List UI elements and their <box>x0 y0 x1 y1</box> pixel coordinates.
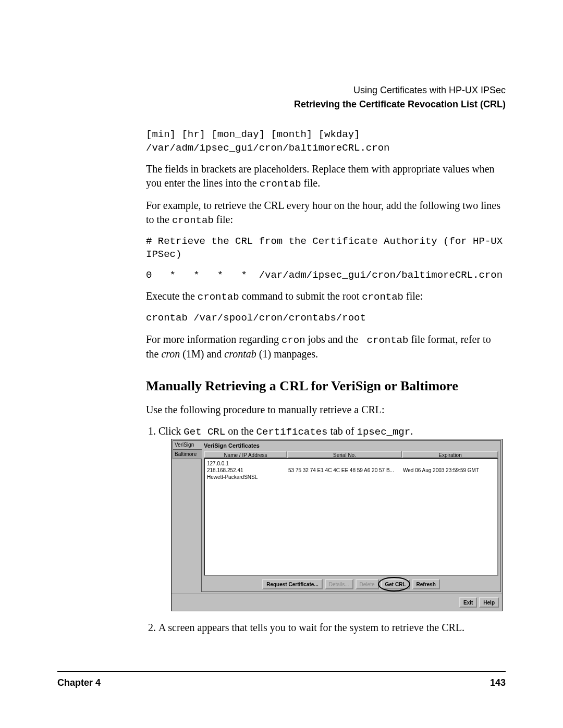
text: command to submit the root <box>239 290 362 302</box>
text: Click <box>158 425 183 437</box>
inline-code: crontab <box>260 178 301 190</box>
cell-exp <box>403 460 495 467</box>
text: file: <box>403 290 423 302</box>
cell-name: 127.0.0.1 <box>207 460 288 467</box>
code-block-1: [min] [hr] [mon_day] [month] [wkday] /va… <box>146 128 506 155</box>
inline-code: crontab <box>172 215 214 226</box>
paragraph-3: Execute the crontab command to submit th… <box>146 289 506 304</box>
cell-name: Hewett-PackardSNSL <box>207 474 288 480</box>
exit-button[interactable]: Exit <box>459 597 477 608</box>
text: file: <box>214 214 233 225</box>
cell-exp <box>403 474 495 480</box>
cell-exp: Wed 06 Aug 2003 23:59:59 GMT <box>403 467 495 474</box>
table-row[interactable]: 127.0.0.1 <box>207 460 495 467</box>
inline-code: ipsec_mgr <box>357 426 411 438</box>
cell-serial <box>288 460 403 467</box>
get-crl-button[interactable]: Get CRL <box>381 579 410 589</box>
inline-code: crontab <box>198 291 239 303</box>
col-serial-header[interactable]: Serial No. <box>287 451 402 458</box>
text: on the <box>225 425 256 437</box>
details-button[interactable]: Details... <box>325 579 353 589</box>
text: The fields in brackets are placeholders.… <box>146 163 495 189</box>
page-number: 143 <box>490 677 506 688</box>
text: (1M) and <box>180 348 224 360</box>
code-block-3: 0 * * * * /var/adm/ipsec_gui/cron/baltim… <box>146 269 506 282</box>
italic-text: cron <box>161 348 180 360</box>
inline-code: crontab <box>362 291 403 303</box>
text: For more information regarding <box>146 334 282 345</box>
col-name-header[interactable]: Name / IP Address <box>204 451 287 458</box>
italic-text: crontab <box>224 348 256 360</box>
table-body[interactable]: 127.0.0.1 218.168.252.41 53 75 32 74 E1 … <box>204 458 498 576</box>
header-subsection: Retrieving the Certificate Revocation Li… <box>57 97 506 112</box>
step-1: Click Get CRL on the Certificates tab of… <box>158 424 506 611</box>
inline-code: Get CRL <box>183 426 225 438</box>
delete-button[interactable]: Delete <box>356 579 379 589</box>
ipsec-mgr-dialog: VeriSign Baltimore VeriSign Certificates… <box>171 439 503 611</box>
inline-code: cron <box>282 335 305 346</box>
table-row[interactable]: 218.168.252.41 53 75 32 74 E1 4C 4C EE 4… <box>207 467 495 474</box>
header-section: Using Certificates with HP-UX IPSec <box>57 83 506 97</box>
col-expiration-header[interactable]: Expiration <box>402 451 498 458</box>
paragraph-5: Use the following procedure to manually … <box>146 403 506 417</box>
code-block-2: # Retrieve the CRL from the Certificate … <box>146 235 506 262</box>
refresh-button[interactable]: Refresh <box>412 579 440 589</box>
paragraph-4: For more information regarding cron jobs… <box>146 332 506 362</box>
cell-name: 218.168.252.41 <box>207 467 288 474</box>
tab-verisign[interactable]: VeriSign <box>173 440 202 450</box>
tab-baltimore[interactable]: Baltimore <box>173 450 202 459</box>
code-block-4: crontab /var/spool/cron/crontabs/root <box>146 312 506 325</box>
paragraph-1: The fields in brackets are placeholders.… <box>146 162 506 191</box>
cell-serial <box>288 474 403 480</box>
inline-code: Certificates <box>256 426 328 438</box>
paragraph-2: For example, to retrieve the CRL every h… <box>146 199 506 228</box>
panel-title: VeriSign Certificates <box>204 442 498 450</box>
help-button[interactable]: Help <box>479 597 499 608</box>
section-heading: Manually Retrieving a CRL for VeriSign o… <box>146 377 506 395</box>
step-2: A screen appears that tells you to wait … <box>158 621 506 635</box>
text: (1) manpages. <box>256 348 318 360</box>
text: . <box>410 425 413 437</box>
tab-list: VeriSign Baltimore <box>173 440 202 592</box>
text: jobs and the <box>305 334 361 345</box>
text: file. <box>301 177 321 189</box>
inline-code: crontab <box>361 335 408 346</box>
cell-serial: 53 75 32 74 E1 4C 4C EE 48 59 A6 20 57 B… <box>288 467 403 474</box>
text: tab of <box>327 425 357 437</box>
request-certificate-button[interactable]: Request Certificate... <box>262 579 322 589</box>
chapter-label: Chapter 4 <box>57 677 101 688</box>
table-row[interactable]: Hewett-PackardSNSL <box>207 474 495 480</box>
table-header: Name / IP Address Serial No. Expiration <box>204 451 498 458</box>
text: Execute the <box>146 290 198 302</box>
